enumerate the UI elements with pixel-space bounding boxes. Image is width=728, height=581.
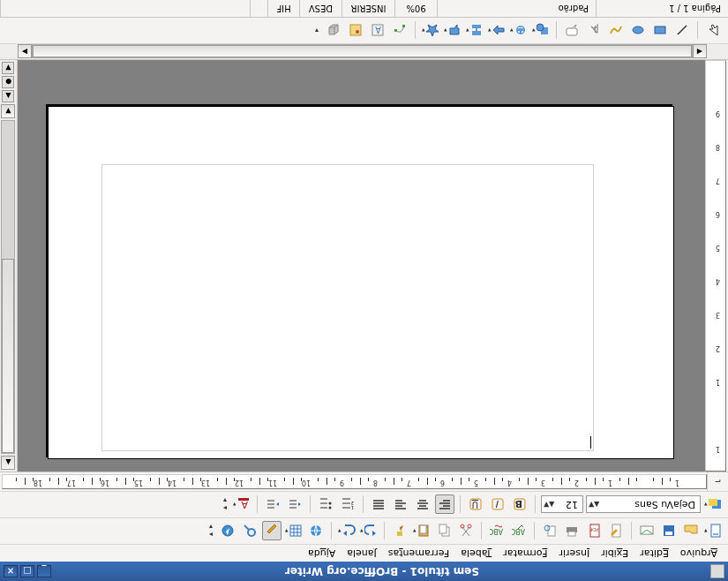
rectangle-tool[interactable]	[650, 21, 670, 41]
statusbar: Página 1 / 1 Padrão 90% INSERIR DESV HIF	[0, 0, 728, 18]
text-tool[interactable]: AI	[584, 21, 604, 41]
svg-rect-22	[290, 526, 301, 537]
hyperlink-button[interactable]	[306, 522, 326, 541]
scroll-left-button[interactable]: ◀	[693, 45, 707, 59]
points-button[interactable]	[390, 21, 409, 41]
page[interactable]	[49, 106, 675, 459]
vscroll-thumb[interactable]	[3, 259, 15, 453]
status-zoom[interactable]: 90%	[394, 0, 437, 17]
menu-janela[interactable]: Janela	[341, 546, 382, 561]
email-button[interactable]	[637, 522, 657, 541]
scroll-right-button[interactable]: ▶	[18, 45, 32, 59]
toolbar-overflow[interactable]: ▸▾	[206, 520, 215, 542]
edit-file-button[interactable]	[606, 522, 626, 541]
vscroll-track[interactable]	[2, 120, 16, 454]
svg-rect-25	[712, 501, 721, 509]
spellcheck-button[interactable]: ABC	[509, 522, 529, 541]
horizontal-ruler[interactable]: 1123456789101112131415161718	[2, 474, 707, 489]
callouts-button[interactable]	[443, 21, 462, 41]
nav-ball-button[interactable]: ●	[3, 76, 15, 88]
format-paintbrush-button[interactable]	[390, 522, 409, 541]
stars-button[interactable]	[421, 21, 440, 41]
menu-formatar[interactable]: Formatar	[498, 546, 552, 561]
redo-button[interactable]	[337, 522, 356, 541]
align-justify-button[interactable]	[369, 495, 388, 515]
svg-rect-19	[420, 526, 426, 534]
menu-inserir[interactable]: Inserir	[553, 546, 595, 561]
status-page[interactable]: Página 1 / 1	[596, 0, 728, 17]
align-right-button[interactable]	[391, 495, 410, 515]
italic-button[interactable]: I	[488, 495, 507, 515]
canvas[interactable]	[18, 60, 705, 472]
prev-page-button[interactable]: ▲	[3, 90, 15, 102]
svg-rect-27	[514, 500, 525, 510]
align-center-button[interactable]	[413, 495, 432, 515]
status-mode[interactable]: INSERIR	[341, 0, 394, 17]
find-button[interactable]	[240, 522, 259, 541]
menu-exibir[interactable]: Exibir	[596, 546, 634, 561]
paste-button[interactable]	[412, 522, 432, 541]
copy-button[interactable]	[434, 522, 454, 541]
underline-button[interactable]: U	[466, 495, 485, 515]
page-text-area[interactable]	[102, 164, 595, 451]
maximize-button[interactable]: □	[20, 565, 34, 577]
status-hif[interactable]: HIF	[267, 0, 299, 17]
hscroll-track[interactable]	[32, 45, 693, 59]
ellipse-tool[interactable]	[628, 21, 648, 41]
next-page-button[interactable]: ▼	[3, 62, 15, 74]
separator	[535, 496, 536, 514]
close-button[interactable]: ×	[4, 565, 18, 577]
status-sel[interactable]: DESV	[299, 0, 341, 17]
select-tool[interactable]	[703, 21, 723, 41]
vertical-ruler[interactable]: 1123456789	[705, 60, 726, 472]
svg-text:2: 2	[351, 502, 354, 507]
undo-button[interactable]	[359, 522, 379, 541]
font-name-combo[interactable]: DejaVu Sans▲▼	[586, 496, 701, 514]
svg-rect-53	[394, 30, 397, 33]
drawing-button[interactable]	[262, 522, 281, 541]
extrusion-button[interactable]	[324, 21, 343, 41]
scroll-down-button[interactable]: ▼	[2, 104, 16, 118]
flowchart-button[interactable]	[465, 21, 484, 41]
bullet-list-button[interactable]	[316, 495, 335, 515]
font-color-button[interactable]: A	[232, 495, 251, 515]
standard-toolbar: PDF ABC ABC ▸▾	[0, 517, 728, 544]
menu-arquivo[interactable]: Arquivo	[675, 546, 723, 561]
line-tool[interactable]	[672, 21, 692, 41]
basic-shapes-button[interactable]	[531, 21, 551, 41]
freeform-tool[interactable]	[606, 21, 626, 41]
callout-tool[interactable]	[562, 21, 582, 41]
table-button[interactable]	[284, 522, 304, 541]
decrease-indent-button[interactable]	[285, 495, 304, 515]
cut-button[interactable]	[456, 522, 476, 541]
open-button[interactable]	[681, 522, 701, 541]
toolbar-overflow[interactable]: ▸▾	[221, 494, 229, 516]
autospell-button[interactable]: ABC	[487, 522, 507, 541]
minimize-button[interactable]: _	[37, 565, 51, 577]
scroll-up-button[interactable]: ▲	[2, 456, 16, 470]
font-size-combo[interactable]: 12▲▼	[541, 496, 583, 514]
from-file-button[interactable]	[346, 21, 365, 41]
navigator-button[interactable]	[218, 522, 237, 541]
menu-editar[interactable]: Editar	[634, 546, 674, 561]
svg-rect-6	[590, 525, 599, 538]
save-button[interactable]	[659, 522, 679, 541]
numbered-list-button[interactable]: 12	[338, 495, 357, 515]
menu-ferramentas[interactable]: Ferramentas	[383, 546, 454, 561]
fontwork-button[interactable]: A	[368, 21, 387, 41]
print-button[interactable]	[562, 522, 582, 541]
new-button[interactable]	[703, 522, 723, 541]
status-style[interactable]: Padrão	[437, 0, 596, 17]
menu-ajuda[interactable]: Ajuda	[303, 546, 341, 561]
block-arrows-button[interactable]	[487, 21, 507, 41]
menu-tabela[interactable]: Tabela	[455, 546, 497, 561]
print-preview-button[interactable]	[540, 522, 559, 541]
symbol-shapes-button[interactable]	[509, 21, 529, 41]
styles-button[interactable]	[703, 495, 723, 515]
align-left-button[interactable]	[435, 495, 454, 515]
bold-button[interactable]: B	[510, 495, 529, 515]
toolbar-overflow[interactable]: ▾	[312, 19, 321, 42]
hscroll-thumb[interactable]	[33, 46, 692, 58]
increase-indent-button[interactable]	[263, 495, 282, 515]
export-pdf-button[interactable]: PDF	[584, 522, 604, 541]
